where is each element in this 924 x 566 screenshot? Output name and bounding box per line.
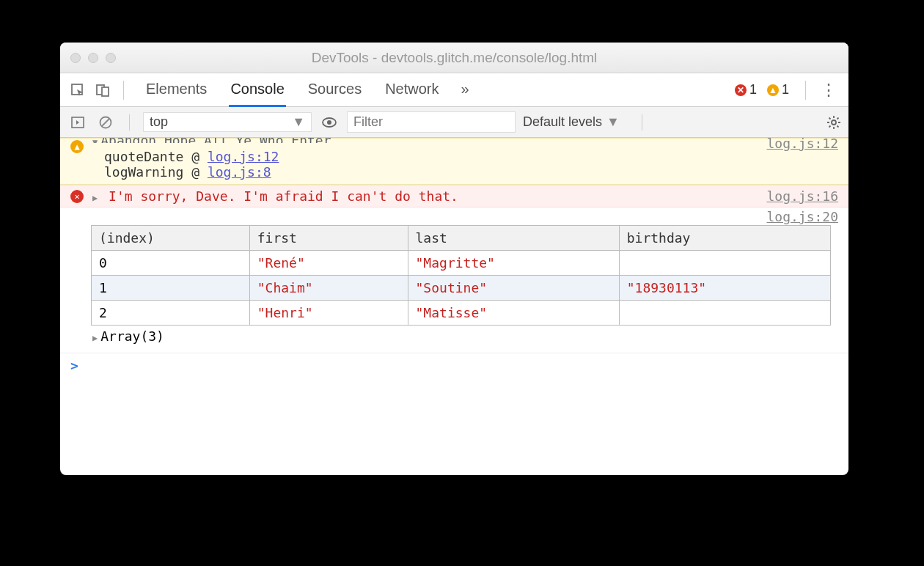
- expand-triangle-icon[interactable]: ▼: [92, 138, 98, 143]
- expand-triangle-icon: ▶: [92, 333, 98, 343]
- tab-console[interactable]: Console: [229, 73, 285, 107]
- array-expander[interactable]: ▶Array(3): [60, 326, 841, 347]
- col-last[interactable]: last: [408, 226, 619, 251]
- clear-console-icon[interactable]: [95, 112, 116, 133]
- levels-label: Default levels: [523, 114, 602, 130]
- col-first[interactable]: first: [249, 226, 408, 251]
- table-header-row: (index) first last birthday: [92, 226, 831, 251]
- col-index[interactable]: (index): [92, 226, 250, 251]
- stack-link[interactable]: log.js:8: [208, 164, 271, 180]
- context-selector[interactable]: top ▼: [143, 112, 312, 132]
- console-filter-bar: top ▼ Default levels ▼: [60, 107, 848, 138]
- fullscreen-circle[interactable]: [106, 53, 116, 63]
- col-birthday[interactable]: birthday: [619, 226, 830, 251]
- panel-tabs: Elements Console Sources Network »: [144, 73, 469, 107]
- error-icon: ✕: [735, 84, 747, 96]
- svg-line-5: [102, 119, 109, 126]
- svg-rect-2: [102, 87, 109, 96]
- toggle-sidebar-icon[interactable]: [67, 112, 88, 133]
- stack-frame: logWarning @ log.js:8: [92, 164, 841, 180]
- context-value: top: [150, 114, 168, 130]
- console-prompt[interactable]: >: [60, 353, 848, 378]
- error-count: 1: [749, 82, 757, 98]
- live-expression-icon[interactable]: [319, 112, 340, 133]
- traffic-lights: [70, 53, 116, 63]
- tab-network[interactable]: Network: [384, 73, 440, 107]
- inspect-element-icon[interactable]: [67, 80, 88, 100]
- console-table: (index) first last birthday 0 "René" "Ma…: [91, 225, 831, 326]
- more-options-icon[interactable]: ⋮: [816, 81, 841, 100]
- warning-icon: ▲: [70, 140, 84, 153]
- table-row[interactable]: 0 "René" "Magritte": [92, 251, 831, 276]
- expand-triangle-icon[interactable]: ▶: [92, 193, 98, 203]
- svg-point-7: [327, 120, 331, 125]
- log-levels-select[interactable]: Default levels ▼: [523, 114, 620, 130]
- console-content: ▲ ▼Abandon Hope All Ye Who Enter log.js:…: [60, 138, 848, 475]
- stack-fn: logWarning: [104, 164, 183, 180]
- array-label: Array(3): [100, 328, 164, 344]
- table-row[interactable]: 2 "Henri" "Matisse": [92, 301, 831, 326]
- log-warning-entry[interactable]: ▲ ▼Abandon Hope All Ye Who Enter log.js:…: [60, 138, 848, 185]
- table-row[interactable]: 1 "Chaim" "Soutine" "18930113": [92, 276, 831, 301]
- prompt-chevron-icon: >: [70, 358, 78, 373]
- log-table-entry: log.js:20 (index) first last birthday 0 …: [60, 207, 848, 353]
- chevron-down-icon: ▼: [606, 114, 620, 130]
- titlebar: DevTools - devtools.glitch.me/console/lo…: [60, 43, 848, 73]
- minimize-circle[interactable]: [88, 53, 98, 63]
- warning-message: Abandon Hope All Ye Who Enter: [100, 138, 331, 143]
- settings-gear-icon[interactable]: [826, 115, 841, 130]
- error-badge[interactable]: ✕ 1: [735, 82, 757, 98]
- warning-badge[interactable]: ▲ 1: [767, 82, 789, 98]
- error-icon: ✕: [70, 190, 84, 203]
- tab-elements[interactable]: Elements: [144, 73, 208, 107]
- devtools-window: DevTools - devtools.glitch.me/console/lo…: [60, 43, 848, 475]
- warning-icon: ▲: [767, 84, 779, 96]
- stack-frame: quoteDante @ log.js:12: [92, 149, 841, 164]
- separator: [129, 114, 130, 131]
- window-title: DevTools - devtools.glitch.me/console/lo…: [60, 50, 848, 66]
- warning-count: 1: [782, 82, 789, 98]
- filter-input[interactable]: [347, 111, 516, 133]
- svg-point-8: [832, 120, 836, 125]
- tab-more[interactable]: »: [461, 73, 469, 107]
- chevron-down-icon: ▼: [292, 114, 305, 130]
- stack-fn: quoteDante: [104, 149, 183, 164]
- separator: [805, 81, 806, 100]
- separator: [123, 81, 124, 100]
- source-link[interactable]: log.js:12: [766, 138, 838, 151]
- device-toolbar-icon[interactable]: [92, 80, 113, 100]
- log-error-entry[interactable]: ✕ ▶ I'm sorry, Dave. I'm afraid I can't …: [60, 185, 848, 207]
- source-link[interactable]: log.js:20: [766, 209, 838, 224]
- source-link[interactable]: log.js:16: [766, 188, 838, 204]
- stack-link[interactable]: log.js:12: [208, 149, 279, 164]
- main-toolbar: Elements Console Sources Network » ✕ 1 ▲…: [60, 73, 848, 107]
- tab-sources[interactable]: Sources: [307, 73, 363, 107]
- close-circle[interactable]: [70, 53, 81, 63]
- error-message: I'm sorry, Dave. I'm afraid I can't do t…: [109, 188, 458, 204]
- separator: [642, 114, 642, 131]
